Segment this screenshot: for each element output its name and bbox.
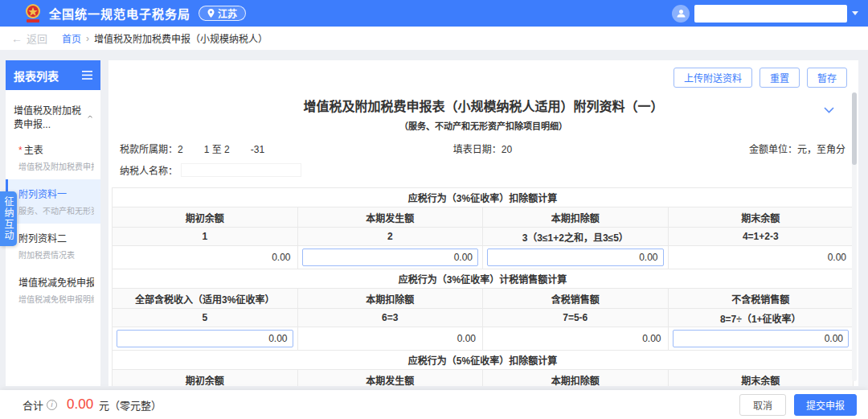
sidebar-item-subtitle: 附加税费情况表 xyxy=(18,249,94,261)
deduction-calc-table: 应税行为（3%征收率）扣除额计算 期初余额 本期发生额 本期扣除额 期末余额 1… xyxy=(112,187,854,386)
taxinclusive-sales-value: 0.00 xyxy=(483,327,669,351)
user-avatar-icon[interactable] xyxy=(672,5,690,23)
sidebar-item-subtitle: 增值税减免税申报明细表 xyxy=(18,293,94,305)
column-header: 期初余额 xyxy=(113,370,298,387)
region-badge[interactable]: 江苏 xyxy=(199,6,246,21)
taxpayer-name-label: 纳税人名称： xyxy=(120,163,178,177)
sidebar-group-vat-declaration[interactable]: 增值税及附加税费申报... xyxy=(6,90,100,135)
column-header: 本期发生额 xyxy=(297,370,483,387)
back-button[interactable]: 返回 xyxy=(27,31,47,46)
sidebar-item-attachment-two[interactable]: 附列资料二 附加税费情况表 xyxy=(6,224,100,268)
report-list-sidebar: 报表列表 增值税及附加税费申报... *主表 增值税及附加税费申报表 附列资料一… xyxy=(6,60,100,386)
column-header: 全部含税收入（适用3%征收率） xyxy=(113,289,298,309)
taxexclusive-sales-input[interactable] xyxy=(673,330,850,347)
sidebar-item-label: 附列资料一 xyxy=(18,187,94,200)
sidebar-item-vat-exemption[interactable]: 增值税减免税申报明... 增值税减免税申报明细表 xyxy=(6,268,100,312)
column-header: 期初余额 xyxy=(113,207,298,228)
cancel-button[interactable]: 取消 xyxy=(739,394,786,416)
app-title: 全国统一规范电子税务局 xyxy=(49,5,190,22)
vertical-scrollbar[interactable] xyxy=(852,92,857,381)
section-title: 应税行为（3%征收率）扣除额计算 xyxy=(113,188,854,207)
sidebar-title: 报表列表 xyxy=(14,68,59,84)
collapse-form-chevron-icon[interactable] xyxy=(824,107,834,113)
breadcrumb-current: 增值税及附加税费申报（小规模纳税人） xyxy=(94,31,268,45)
sidebar-item-main-form[interactable]: *主表 增值税及附加税费申报表 xyxy=(6,135,100,179)
form-meta-row: 税款所属期：21 至 2-31 填表日期：20 金额单位：元，至角分 xyxy=(120,142,845,155)
breadcrumb-separator: › xyxy=(86,33,89,44)
total-taxinclusive-income-input[interactable] xyxy=(117,330,293,347)
column-code: 4=1+2-3 xyxy=(668,228,854,246)
table-value-row: 0.00 0.00 xyxy=(113,246,854,269)
back-arrow-icon[interactable]: ← xyxy=(11,32,23,45)
column-header: 本期扣除额 xyxy=(483,370,669,387)
region-badge-label: 江苏 xyxy=(218,6,237,20)
closing-balance-3pct-value: 0.00 xyxy=(668,246,854,269)
required-star: * xyxy=(18,145,23,156)
info-icon[interactable]: i xyxy=(47,400,57,410)
tax-interaction-tab[interactable]: 征纳互动 xyxy=(0,191,17,246)
sidebar-item-label: 主表 xyxy=(24,145,43,156)
submit-declaration-button[interactable]: 提交申报 xyxy=(794,394,857,416)
sidebar-item-label: 附列资料二 xyxy=(18,231,94,244)
username-field[interactable] xyxy=(694,5,847,23)
sidebar-item-subtitle: 增值税及附加税费申报表 xyxy=(18,160,94,172)
top-header-bar: 全国统一规范电子税务局 江苏 xyxy=(0,0,868,27)
table-header-row: 全部含税收入（适用3%征收率） 本期扣除额 含税销售额 不含税销售额 xyxy=(113,289,854,309)
column-header: 期末余额 xyxy=(668,370,854,387)
column-header: 本期扣除额 xyxy=(483,207,669,228)
tax-period: 税款所属期：21 至 2-31 xyxy=(120,142,362,155)
column-header: 不含税销售额 xyxy=(668,289,854,309)
footer-bar: 合计 i 0.00 元（零元整） 取消 提交申报 xyxy=(0,390,868,419)
amount-unit-note: 金额单位：元，至角分 xyxy=(604,142,845,155)
column-code: 5 xyxy=(113,309,298,327)
form-main-panel: 上传附送资料 重置 暂存 增值税及附加税费申报表（小规模纳税人适用）附列资料（一… xyxy=(108,60,858,386)
column-code: 6=3 xyxy=(297,309,483,327)
save-draft-button[interactable]: 暂存 xyxy=(807,68,847,88)
table-code-row: 1 2 3（3≤1+2之和，且3≤5） 4=1+2-3 xyxy=(113,228,854,246)
section-title: 应税行为（5%征收率）扣除额计算 xyxy=(113,351,854,370)
table-code-row: 5 6=3 7=5-6 8=7÷（1+征收率） xyxy=(113,309,854,327)
opening-balance-3pct-value: 0.00 xyxy=(113,246,298,269)
section-title: 应税行为（3%征收率）计税销售额计算 xyxy=(113,269,854,289)
table-header-row: 期初余额 本期发生额 本期扣除额 期末余额 xyxy=(113,207,854,228)
column-code: 7=5-6 xyxy=(483,309,669,327)
table-header-row: 期初余额 本期发生额 本期扣除额 期末余额 xyxy=(113,370,854,387)
current-deduction-3pct-input[interactable] xyxy=(487,249,664,266)
menu-list-icon[interactable] xyxy=(82,71,92,80)
location-pin-icon xyxy=(207,9,215,18)
form-title: 增值税及附加税费申报表（小规模纳税人适用）附列资料（一） xyxy=(108,96,858,115)
tax-bureau-emblem-icon xyxy=(24,3,42,24)
column-header: 含税销售额 xyxy=(483,289,669,309)
breadcrumb: ← 返回 首页 › 增值税及附加税费申报（小规模纳税人） xyxy=(0,27,868,50)
column-code: 2 xyxy=(297,228,483,246)
sidebar-item-attachment-one[interactable]: 附列资料一 服务、不动产和无形资产扣. xyxy=(6,179,100,224)
column-header: 本期发生额 xyxy=(297,207,483,228)
sidebar-header: 报表列表 xyxy=(6,60,100,90)
taxpayer-name-field[interactable] xyxy=(181,163,301,177)
tax-interaction-tab-label: 征纳互动 xyxy=(2,196,15,241)
reset-button[interactable]: 重置 xyxy=(760,68,800,88)
sidebar-group-label: 增值税及附加税费申报... xyxy=(14,103,88,130)
column-code: 8=7÷（1+征收率） xyxy=(668,309,854,327)
total-amount: 0.00 xyxy=(67,396,93,413)
current-period-amount-3pct-input[interactable] xyxy=(302,249,479,266)
sidebar-item-subtitle: 服务、不动产和无形资产扣. xyxy=(18,204,94,216)
column-header: 期末余额 xyxy=(668,207,854,228)
fill-date: 填表日期：20 xyxy=(362,142,604,155)
sidebar-item-label: 增值税减免税申报明... xyxy=(18,275,94,289)
table-value-row: 0.00 0.00 xyxy=(113,327,854,351)
upload-attachments-button[interactable]: 上传附送资料 xyxy=(674,68,752,88)
breadcrumb-home[interactable]: 首页 xyxy=(62,31,81,45)
column-code: 1 xyxy=(113,228,298,246)
column-code: 3（3≤1+2之和，且3≤5） xyxy=(483,228,669,246)
total-unit: 元（零元整） xyxy=(99,397,162,413)
scrollbar-thumb[interactable] xyxy=(852,92,857,165)
form-subtitle: （服务、不动产和无形资产扣除项目明细） xyxy=(108,119,858,132)
total-label: 合计 xyxy=(23,397,43,413)
chevron-up-icon xyxy=(88,114,92,119)
taxpayer-name-row: 纳税人名称： xyxy=(120,163,847,177)
current-deduction-value: 0.00 xyxy=(297,327,483,351)
column-header: 本期扣除额 xyxy=(297,289,483,309)
user-menu-caret-icon[interactable] xyxy=(852,11,858,15)
form-toolbar: 上传附送资料 重置 暂存 xyxy=(674,68,847,88)
